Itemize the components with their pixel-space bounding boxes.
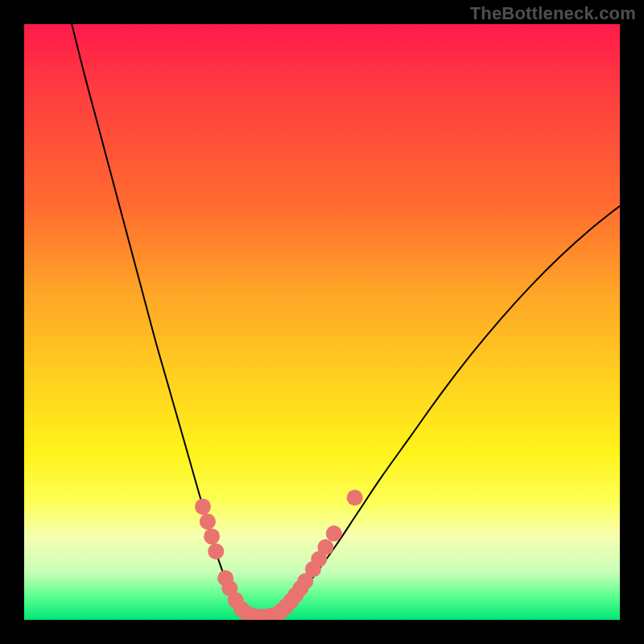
marker-dot: [326, 526, 342, 542]
watermark-text: TheBottleneck.com: [470, 3, 636, 24]
marker-dot: [200, 514, 216, 530]
marker-dot: [317, 539, 333, 555]
marker-dots: [195, 489, 363, 620]
marker-dot: [195, 498, 211, 514]
chart-svg: [24, 24, 620, 620]
plot-area: [24, 24, 620, 620]
chart-frame: TheBottleneck.com: [0, 0, 644, 644]
marker-dot: [204, 528, 220, 544]
marker-dot: [208, 543, 224, 559]
marker-dot: [347, 489, 363, 506]
curve-line: [72, 24, 620, 617]
v-curve: [72, 24, 620, 617]
